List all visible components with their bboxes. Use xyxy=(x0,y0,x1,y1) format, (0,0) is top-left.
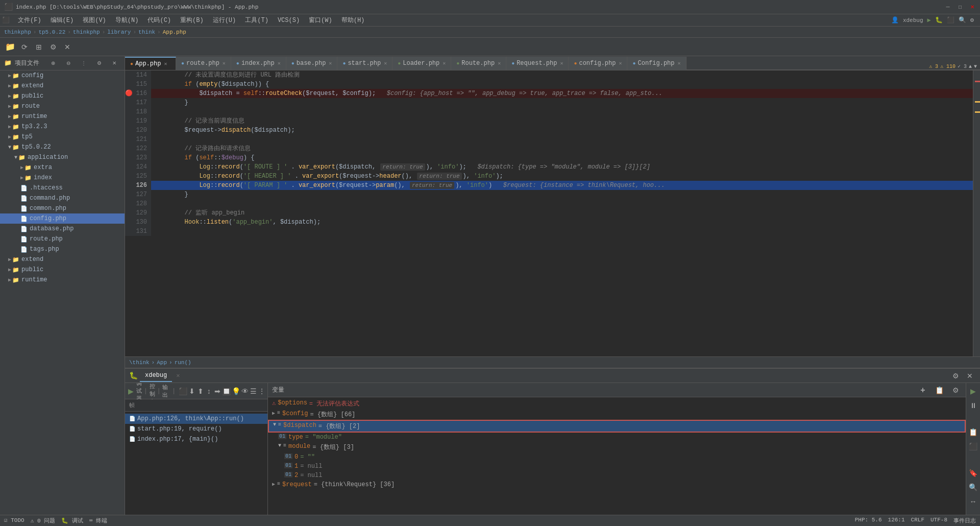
debug-side-bookmark[interactable]: 🔖 xyxy=(967,467,979,479)
tab-start-php[interactable]: ● start.php ✕ xyxy=(337,57,393,70)
menu-code[interactable]: 代码(C) xyxy=(143,15,175,26)
status-todo[interactable]: ☑ TODO xyxy=(4,517,24,524)
menu-nav[interactable]: 导航(N) xyxy=(111,15,143,26)
debug-list2[interactable]: ⋮ xyxy=(258,385,265,397)
tree-item-tp5022[interactable]: ▼📁tp5.0.22 xyxy=(0,142,125,152)
sidebar-close3[interactable]: ✕ xyxy=(108,57,120,69)
breadcrumb-thinkphp[interactable]: thinkphp xyxy=(4,29,31,35)
status-problems[interactable]: ⚠ 0 问题 xyxy=(31,517,55,524)
debug-side-resume[interactable]: ▶ xyxy=(967,385,979,397)
stop-button[interactable]: ⬛ xyxy=(947,16,954,24)
menu-view[interactable]: 视图(V) xyxy=(79,15,110,26)
tree-item-route-php[interactable]: 📄route.php xyxy=(0,234,125,244)
tree-item-config-php[interactable]: 📄config.php xyxy=(0,213,125,224)
debug-tab-xdebug[interactable]: xdebug xyxy=(140,370,172,382)
tree-item-extend[interactable]: ▶📁extend xyxy=(0,81,125,91)
var-config-expand[interactable]: ▶ xyxy=(272,410,275,416)
debug-side-stop[interactable]: ⬛ xyxy=(967,440,979,452)
tree-item-tp5[interactable]: ▶📁tp5 xyxy=(0,132,125,142)
debug-run-button[interactable]: 🐛 xyxy=(935,16,943,24)
tree-item-common[interactable]: 📄common.php xyxy=(0,203,125,213)
menu-help[interactable]: 帮助(H) xyxy=(337,15,369,26)
toolbar-settings[interactable]: ⚙ xyxy=(47,41,59,53)
var-options[interactable]: ⚠ $options = 无法评估表达式 xyxy=(268,398,966,409)
menu-vcs[interactable]: VCS(S) xyxy=(274,16,304,25)
run-button[interactable]: ▶ xyxy=(927,16,931,24)
close-button[interactable]: ✕ xyxy=(969,4,976,11)
var-module-2[interactable]: 01 2 = null xyxy=(268,471,966,480)
menu-file[interactable]: 文件(F) xyxy=(14,15,45,26)
debug-step-run[interactable]: ↕ xyxy=(205,385,212,397)
debug-side-pause[interactable]: ⏸ xyxy=(967,399,979,412)
cb-app[interactable]: App xyxy=(157,360,167,366)
toolbar-new[interactable]: 📁 xyxy=(4,41,16,53)
frame-item-0[interactable]: 📄 App.php:126, think\App::run() xyxy=(125,414,267,424)
var-dispatch-expand[interactable]: ▼ xyxy=(273,422,276,427)
tree-item-tp323[interactable]: ▶📁tp3.2.3 xyxy=(0,122,125,132)
tree-item-public2[interactable]: ▶📁public xyxy=(0,265,125,275)
tab-loader-php-close[interactable]: ✕ xyxy=(443,60,446,66)
minimize-button[interactable]: ─ xyxy=(944,4,951,11)
tab-config-lower[interactable]: ● config.php ✕ xyxy=(569,57,627,70)
cb-think[interactable]: \think xyxy=(129,360,150,366)
debug-tab-output[interactable]: 输出 xyxy=(162,385,169,397)
expand-icon[interactable]: ▲ xyxy=(969,64,972,69)
code-content[interactable]: 114 // 未设置调度信息则进行 URL 路由检测 115 if (empty… xyxy=(125,70,973,356)
tab-request-php-close[interactable]: ✕ xyxy=(560,60,563,66)
debug-frames[interactable]: 🔲 xyxy=(222,385,231,397)
menu-window[interactable]: 窗口(W) xyxy=(305,15,336,26)
tab-config-upper[interactable]: ● Config.php ✕ xyxy=(627,57,686,70)
search-icon[interactable]: 🔍 xyxy=(959,16,966,24)
toolbar-close[interactable]: ✕ xyxy=(61,41,74,53)
debug-resume[interactable]: ▶ xyxy=(127,385,134,397)
breadcrumb-appphp[interactable]: App.php xyxy=(163,29,186,35)
toolbar-sync[interactable]: ⟳ xyxy=(18,41,31,53)
var-request-expand[interactable]: ▶ xyxy=(272,481,275,487)
debug-side-search[interactable]: 🔍 xyxy=(967,481,979,493)
tab-index-php[interactable]: ● index.php ✕ xyxy=(231,57,286,70)
tree-item-runtime2[interactable]: ▶📁runtime xyxy=(0,275,125,285)
tab-route-php[interactable]: ● route.php ✕ xyxy=(176,57,231,70)
var-type[interactable]: 01 type = "module" xyxy=(268,433,966,442)
tab-config-lower-close[interactable]: ✕ xyxy=(619,60,622,66)
tab-app-php[interactable]: ● App.php ✕ xyxy=(125,57,176,70)
var-config[interactable]: ▶ ≡ $config = {数组} [66] xyxy=(268,409,966,420)
debug-tab-debugger[interactable]: 调试器 xyxy=(135,385,142,397)
var-module-expand[interactable]: ▼ xyxy=(278,443,281,448)
vars-add-btn[interactable]: + xyxy=(917,384,929,396)
tree-item-application[interactable]: ▼📁application xyxy=(0,152,125,162)
status-debug[interactable]: 🐛 调试 xyxy=(61,517,83,524)
debug-step-over[interactable]: ⬛ xyxy=(179,385,187,397)
tab-route-php-close[interactable]: ✕ xyxy=(223,60,226,66)
status-terminal[interactable]: ⌨ 终端 xyxy=(89,517,107,524)
sidebar-collapse[interactable]: ⊖ xyxy=(62,57,75,69)
frame-item-1[interactable]: 📄 start.php:19, require() xyxy=(125,424,267,434)
debug-settings-btn[interactable]: ⚙ xyxy=(949,370,962,382)
settings-icon[interactable]: ⚙ xyxy=(970,16,974,24)
tree-item-public[interactable]: ▶📁public xyxy=(0,91,125,101)
tree-item-database[interactable]: 📄database.php xyxy=(0,224,125,234)
menu-edit[interactable]: 编辑(E) xyxy=(46,15,78,26)
sidebar-expand[interactable]: ⊕ xyxy=(47,57,59,69)
vars-copy-btn[interactable]: 📋 xyxy=(933,384,945,396)
sidebar-close2[interactable]: ⚙ xyxy=(93,57,105,69)
debug-step-into[interactable]: ⬇ xyxy=(188,385,195,397)
menu-tools[interactable]: 工具(T) xyxy=(241,15,273,26)
tree-item-command[interactable]: 📄command.php xyxy=(0,193,125,203)
breadcrumb-library[interactable]: library xyxy=(107,29,131,35)
menu-refactor[interactable]: 重构(B) xyxy=(176,15,208,26)
tree-item-htaccess[interactable]: 📄.htaccess xyxy=(0,183,125,193)
menu-run[interactable]: 运行(U) xyxy=(209,15,240,26)
breadcrumb-thinkphp2[interactable]: thinkphp xyxy=(73,29,100,35)
tab-route-class-close[interactable]: ✕ xyxy=(498,60,501,66)
toolbar-layout[interactable]: ⊞ xyxy=(33,41,45,53)
var-module-1[interactable]: 01 1 = null xyxy=(268,462,966,471)
tree-item-extra[interactable]: ▶📁extra xyxy=(0,162,125,173)
var-module-0[interactable]: 01 0 = "" xyxy=(268,452,966,462)
debug-step-out[interactable]: ⬆ xyxy=(197,385,204,397)
sidebar-dots[interactable]: ⋮ xyxy=(78,57,90,69)
debug-close-btn[interactable]: ✕ xyxy=(964,370,976,382)
debug-watches[interactable]: 👁 xyxy=(241,385,249,397)
frame-item-2[interactable]: 📄 index.php:17, {main}() xyxy=(125,434,267,444)
collapse-icon[interactable]: ▼ xyxy=(974,64,977,69)
